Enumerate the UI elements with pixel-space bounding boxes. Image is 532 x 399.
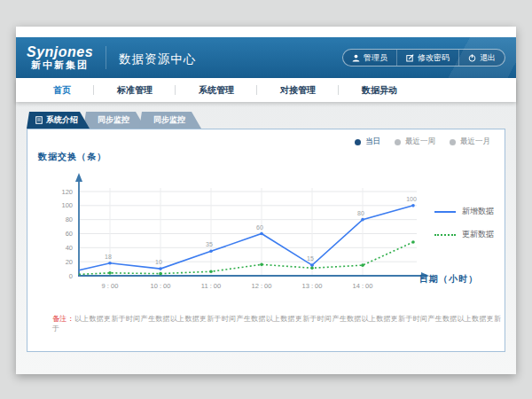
data-point xyxy=(361,263,364,267)
time-range-selector: 当日 最近一周 最近一月 xyxy=(355,137,490,147)
radio-dot-icon xyxy=(395,139,401,145)
x-tick-label: 10 : 00 xyxy=(151,282,171,290)
range-option-last-month[interactable]: 最近一月 xyxy=(450,137,490,147)
nav-item-interface-mgmt[interactable]: 对接管理 xyxy=(257,84,339,97)
y-tick-label: 0 xyxy=(69,272,73,280)
nav-item-label: 对接管理 xyxy=(280,85,316,95)
change-password-label: 修改密码 xyxy=(418,52,450,64)
data-point xyxy=(260,263,263,267)
nav-item-label: 首页 xyxy=(53,85,71,95)
x-tick-label: 9 : 00 xyxy=(102,282,119,290)
logo-text-cn: 新中新集团 xyxy=(27,60,93,71)
x-tick-label: 12 : 00 xyxy=(252,282,272,290)
window-top-strip xyxy=(16,27,516,37)
radio-dot-icon xyxy=(450,139,456,145)
admin-user-button[interactable]: 管理员 xyxy=(343,50,396,66)
line-chart-svg: 0204060801001209 : 0010 : 0011 : 0012 : … xyxy=(40,163,434,292)
page-title: 数据资源中心 xyxy=(106,46,196,69)
y-axis-arrow-icon xyxy=(75,173,82,182)
data-point-label: 10 xyxy=(155,259,162,265)
y-tick-label: 80 xyxy=(66,215,73,223)
main-nav: 首页 标准管理 系统管理 对接管理 数据异动 xyxy=(16,78,516,102)
data-point-label: 80 xyxy=(357,210,364,216)
nav-item-data-change[interactable]: 数据异动 xyxy=(339,84,420,97)
data-point xyxy=(159,267,162,270)
company-logo: Synjones 新中新集团 xyxy=(27,45,106,70)
tab-label: 同步监控 xyxy=(98,112,129,129)
chart-legend: 新增数据 更新数据 xyxy=(434,206,494,252)
legend-label: 更新数据 xyxy=(462,229,494,240)
tab-sync-monitor-1[interactable]: 同步监控 xyxy=(83,112,145,129)
y-tick-label: 40 xyxy=(66,244,73,252)
x-axis-title: 日期（小时） xyxy=(419,273,478,286)
change-password-button[interactable]: 修改密码 xyxy=(396,50,458,66)
data-point xyxy=(209,249,213,253)
nav-item-home[interactable]: 首页 xyxy=(30,84,94,97)
y-tick-label: 60 xyxy=(66,230,73,238)
tab-label: 同步监控 xyxy=(153,112,185,129)
document-icon xyxy=(35,116,43,124)
y-tick-label: 100 xyxy=(61,201,73,209)
y-tick-label: 120 xyxy=(61,188,73,196)
range-option-last-week[interactable]: 最近一周 xyxy=(395,137,435,147)
y-axis-title: 数据交换（条） xyxy=(38,151,106,163)
nav-item-label: 标准管理 xyxy=(117,85,153,95)
data-point-label: 100 xyxy=(406,196,417,202)
content-area: 系统介绍 同步监控 同步监控 当日 最近一周 最近一月 数据交换（条） 0204… xyxy=(16,102,516,374)
data-point xyxy=(310,263,314,267)
tab-label: 系统介绍 xyxy=(46,112,78,129)
data-point xyxy=(411,240,415,244)
tab-sync-monitor-2[interactable]: 同步监控 xyxy=(139,112,201,129)
radio-dot-icon xyxy=(355,139,361,145)
data-point-label: 18 xyxy=(105,254,112,260)
power-icon xyxy=(468,54,476,62)
x-tick-label: 11 : 00 xyxy=(201,282,221,290)
logo-text-en: Synjones xyxy=(27,45,93,60)
app-header: Synjones 新中新集团 数据资源中心 管理员 修改密码 退出 xyxy=(16,37,516,78)
legend-label: 新增数据 xyxy=(462,206,494,217)
user-button-group: 管理员 修改密码 退出 xyxy=(342,49,505,66)
data-point xyxy=(310,266,314,270)
data-point-label: 35 xyxy=(206,241,213,247)
range-option-label: 当日 xyxy=(365,137,380,147)
logout-button[interactable]: 退出 xyxy=(458,50,505,66)
data-point xyxy=(159,272,162,276)
chart-panel: 当日 最近一周 最近一月 数据交换（条） 0204060801001209 : … xyxy=(27,129,505,352)
data-point xyxy=(108,271,112,275)
footnote: 备注：以上数据更新于时间产生数据以上数据更新于时间产生数据以上数据更新于时间产生… xyxy=(52,314,505,333)
legend-entry-new-data[interactable]: 新增数据 xyxy=(434,206,494,217)
user-icon xyxy=(352,54,360,62)
nav-item-label: 系统管理 xyxy=(199,85,234,95)
x-tick-label: 14 : 00 xyxy=(353,282,373,290)
range-option-today[interactable]: 当日 xyxy=(355,137,380,147)
legend-entry-updated-data[interactable]: 更新数据 xyxy=(434,229,494,240)
nav-item-label: 数据异动 xyxy=(362,85,397,95)
footnote-text: 以上数据更新于时间产生数据以上数据更新于时间产生数据以上数据更新于时间产生数据以… xyxy=(52,315,501,332)
nav-item-standard-mgmt[interactable]: 标准管理 xyxy=(94,84,176,97)
data-point xyxy=(361,218,364,222)
green-dotted-swatch-icon xyxy=(434,234,456,236)
data-point xyxy=(108,262,112,265)
range-option-label: 最近一周 xyxy=(405,137,435,147)
tab-system-intro[interactable]: 系统介绍 xyxy=(27,112,90,129)
range-option-label: 最近一月 xyxy=(460,137,490,147)
nav-item-system-mgmt[interactable]: 系统管理 xyxy=(176,84,257,97)
admin-user-label: 管理员 xyxy=(364,52,387,64)
data-point xyxy=(260,232,263,236)
data-point xyxy=(411,204,415,207)
blue-line-swatch-icon xyxy=(434,211,456,213)
data-point-label: 15 xyxy=(307,255,314,262)
app-window: Synjones 新中新集团 数据资源中心 管理员 修改密码 退出 首页 标准管… xyxy=(16,27,516,374)
logout-label: 退出 xyxy=(480,52,496,64)
data-point xyxy=(209,270,213,273)
tab-bar: 系统介绍 同步监控 同步监控 xyxy=(27,112,516,129)
edit-icon xyxy=(406,54,414,62)
line-chart: 0204060801001209 : 0010 : 0011 : 0012 : … xyxy=(40,163,434,292)
footnote-prefix: 备注： xyxy=(52,315,74,323)
y-tick-label: 20 xyxy=(66,258,73,266)
x-tick-label: 13 : 00 xyxy=(302,282,323,290)
data-point-label: 60 xyxy=(256,224,263,231)
